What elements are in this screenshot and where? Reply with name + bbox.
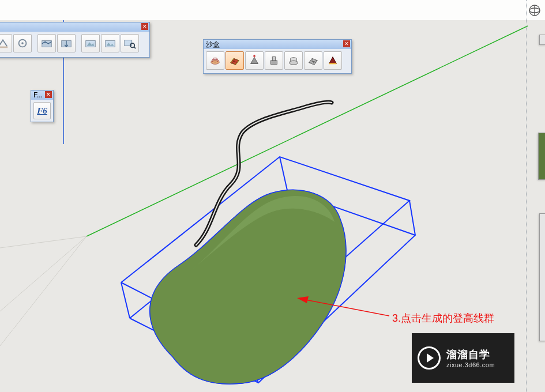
svg-line-27	[134, 47, 136, 48]
from-contours-icon[interactable]	[206, 51, 224, 70]
svg-line-7	[409, 201, 415, 235]
capturing-title: pturing ✕	[0, 22, 149, 32]
close-icon[interactable]: ✕	[45, 91, 52, 98]
right-divider	[526, 0, 528, 392]
panel-trunc-top	[539, 35, 545, 45]
svg-rect-23	[106, 40, 115, 47]
project-photo-icon[interactable]	[57, 34, 76, 52]
svg-rect-19	[42, 40, 52, 47]
close-icon[interactable]: ✕	[343, 40, 350, 47]
orbit-icon[interactable]	[528, 3, 542, 17]
capturing-toolbar: pturing ✕	[0, 22, 150, 58]
new-matched-photo-icon[interactable]	[0, 34, 12, 52]
svg-rect-31	[271, 61, 277, 64]
f6-button[interactable]: F6	[33, 102, 51, 119]
photo-1-icon[interactable]	[81, 34, 100, 52]
svg-rect-16	[0, 47, 7, 48]
sandbox-title: 沙盒 ✕	[204, 40, 351, 49]
svg-line-0	[0, 236, 87, 248]
stamp-icon[interactable]	[265, 51, 283, 70]
project-textures-icon[interactable]	[37, 34, 56, 52]
smoove-icon[interactable]	[245, 51, 264, 70]
f6-toolbar: F... ✕ F6	[31, 90, 54, 122]
sandbox-toolbar: 沙盒 ✕	[203, 39, 352, 74]
flip-edge-icon[interactable]	[324, 51, 342, 70]
svg-line-3	[0, 236, 87, 311]
watermark-url: zixue.3d66.com	[446, 361, 495, 368]
annotation-text: 3.点击生成的登高线群	[392, 311, 494, 325]
f6-title: F... ✕	[31, 91, 53, 100]
svg-rect-32	[272, 57, 276, 61]
svg-line-6	[280, 157, 287, 190]
panel-trunc-mid	[538, 133, 545, 180]
sandbox-title-text: 沙盒	[206, 40, 220, 48]
svg-line-5	[121, 282, 130, 318]
watermark-brand: 溜溜自学	[446, 348, 495, 361]
drape-icon[interactable]	[284, 51, 303, 70]
f6-title-text: F...	[33, 91, 43, 99]
panel-trunc-bot	[539, 213, 545, 341]
zoom-photo-icon[interactable]	[121, 34, 139, 52]
svg-line-4	[0, 236, 87, 346]
add-detail-icon[interactable]	[304, 51, 322, 70]
play-icon	[418, 346, 441, 370]
svg-point-18	[21, 42, 24, 44]
from-scratch-icon[interactable]	[225, 51, 244, 70]
photo-2-icon[interactable]	[101, 34, 119, 52]
edit-matched-photo-icon[interactable]	[13, 34, 32, 52]
close-icon[interactable]: ✕	[141, 23, 148, 30]
watermark: 溜溜自学 zixue.3d66.com	[412, 333, 514, 383]
